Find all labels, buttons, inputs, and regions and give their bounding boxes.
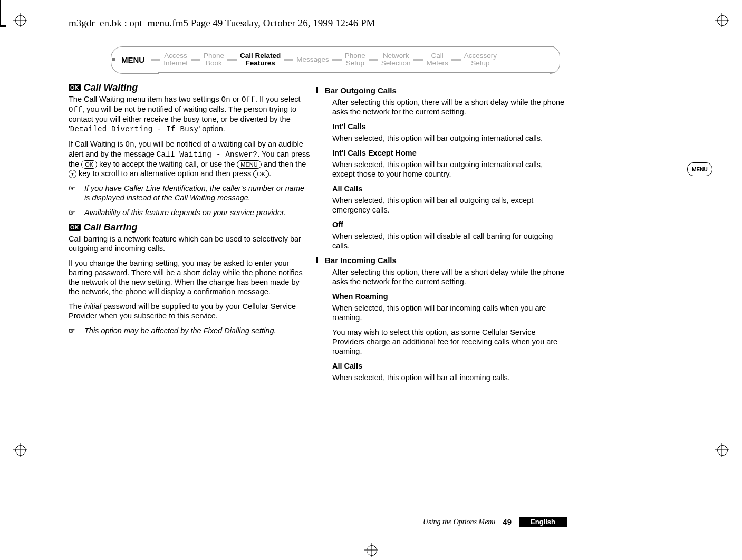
edge-tick-icon	[316, 87, 318, 93]
register-mark-icon	[715, 443, 729, 457]
body-text: After selecting this option, there will …	[325, 267, 566, 286]
section-heading-call-barring: OK Call Barring	[69, 223, 310, 232]
crop-mark-icon	[0, 19, 1, 25]
sub-heading: Off	[332, 220, 566, 229]
body-text: After selecting this option, there will …	[325, 98, 566, 117]
breadcrumb-sep-icon	[413, 59, 423, 61]
body-text: When selected, this option will bar outg…	[332, 133, 566, 143]
note-text: ☞ If you have Caller Line Identification…	[69, 184, 310, 202]
page-footer: Using the Options Menu 49 English	[69, 517, 567, 527]
section-title: Call Barring	[84, 223, 138, 232]
register-mark-icon	[715, 13, 729, 27]
body-text: If Call Waiting is On, you will be notif…	[69, 139, 310, 178]
body-text: When selected, this option will bar outg…	[332, 160, 566, 179]
menu-breadcrumb: MENU AccessInternet PhoneBook Call Relat…	[111, 46, 554, 73]
print-header: m3gdr_en.bk : opt_menu.fm5 Page 49 Tuesd…	[69, 17, 375, 29]
pointer-icon: ☞	[69, 326, 75, 335]
ok-key-icon: OK	[81, 160, 97, 169]
bullet-icon	[112, 58, 115, 61]
register-mark-icon	[13, 13, 27, 27]
breadcrumb-sep-icon	[332, 59, 342, 61]
crop-mark-icon	[0, 0, 1, 6]
left-column: OK Call Waiting The Call Waiting menu it…	[69, 82, 310, 388]
register-mark-icon	[13, 443, 27, 457]
breadcrumb-item: CallMeters	[426, 52, 448, 67]
down-key-icon: ▾	[69, 170, 76, 178]
breadcrumb-sep-icon	[227, 59, 237, 61]
body-text: When selected, this option will bar all …	[332, 373, 566, 382]
body-text: Call barring is a network feature which …	[69, 234, 310, 253]
crop-mark-icon	[0, 27, 6, 27]
edge-tick-icon	[316, 257, 318, 263]
note-text: ☞ Availability of this feature depends o…	[69, 208, 310, 217]
breadcrumb-root: MENU	[121, 55, 144, 64]
sub-heading: Int'l Calls Except Home	[332, 148, 566, 158]
register-mark-icon	[364, 543, 378, 557]
breadcrumb-item: Messages	[296, 56, 329, 63]
section-title: Call Waiting	[84, 83, 138, 92]
note-text: ☞ This option may be affected by the Fix…	[69, 326, 310, 335]
side-tab-menu-icon: MENU	[687, 162, 712, 176]
body-text: When selected, this option will bar all …	[332, 196, 566, 215]
ok-badge-icon: OK	[69, 84, 81, 91]
footer-section-label: Using the Options Menu	[423, 518, 495, 526]
pointer-icon: ☞	[69, 184, 75, 193]
page: m3gdr_en.bk : opt_menu.fm5 Page 49 Tuesd…	[0, 0, 742, 560]
sub-heading: All Calls	[332, 361, 566, 371]
breadcrumb-sep-icon	[191, 59, 200, 61]
breadcrumb-sep-icon	[151, 59, 160, 61]
breadcrumb-item: NetworkSelection	[381, 52, 411, 67]
right-column: Bar Outgoing Calls After selecting this …	[325, 82, 566, 388]
breadcrumb-item: PhoneBook	[204, 52, 224, 67]
pointer-icon: ☞	[69, 208, 75, 217]
group-heading-bar-incoming: Bar Incoming Calls	[325, 256, 566, 265]
breadcrumb-sep-icon	[284, 59, 293, 61]
group-heading-bar-outgoing: Bar Outgoing Calls	[325, 86, 566, 95]
menu-key-icon: MENU	[237, 160, 261, 169]
body-text: You may wish to select this option, as s…	[332, 327, 566, 356]
breadcrumb-item-current: Call RelatedFeatures	[240, 52, 281, 67]
footer-language-badge: English	[519, 517, 567, 527]
breadcrumb-item: AccessInternet	[163, 52, 188, 67]
footer-page-number: 49	[503, 517, 512, 526]
body-text: If you change the barring setting, you m…	[69, 258, 310, 296]
sub-heading: All Calls	[332, 184, 566, 194]
body-text: The Call Waiting menu item has two setti…	[69, 94, 310, 134]
body-text: When selected, this option will bar inco…	[332, 303, 566, 322]
breadcrumb-sep-icon	[369, 59, 378, 61]
ok-key-icon: OK	[253, 170, 269, 178]
sub-heading: When Roaming	[332, 292, 566, 301]
body-text: When selected, this option will disable …	[332, 231, 566, 250]
breadcrumb-sep-icon	[451, 59, 461, 61]
sub-heading: Int'l Calls	[332, 122, 566, 131]
crop-mark-icon	[0, 13, 1, 19]
section-heading-call-waiting: OK Call Waiting	[69, 83, 310, 92]
body-text: The initial password will be supplied to…	[69, 302, 310, 321]
crop-mark-icon	[0, 6, 1, 13]
breadcrumb-item: PhoneSetup	[345, 52, 365, 67]
ok-badge-icon: OK	[69, 224, 81, 231]
breadcrumb-item: AccessorySetup	[464, 52, 497, 67]
